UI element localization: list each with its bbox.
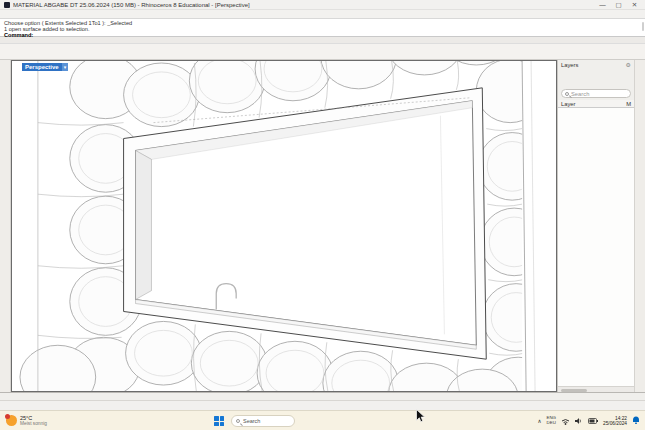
window-title: MATERIAL ABGABE DT 25.06.2024 (150 MB) -… [13,2,593,8]
panel-gear-icon[interactable]: ⚙ [626,61,631,68]
taskbar-search[interactable]: Search [231,415,295,427]
battery-icon[interactable] [588,418,598,424]
toolbar-icon-row [0,44,645,60]
scrollbar-thumb[interactable] [561,389,587,392]
layers-panel-title: Layers [561,62,578,68]
weather-condition: Meist sonnig [20,421,47,426]
viewport-perspective[interactable]: Perspective ▾ [11,60,557,392]
left-tool-palette [0,60,11,392]
tray-expand-icon[interactable]: ∧ [537,418,541,424]
status-bar [0,400,645,410]
layers-toolbar [558,69,634,79]
main-area: Perspective ▾ Layers ⚙ Search Layer M [0,60,645,392]
weather-sun-icon [6,415,17,426]
command-scrollbar[interactable] [642,22,644,31]
viewport-3d-scene[interactable] [12,61,556,391]
close-button[interactable]: ✕ [628,1,641,9]
column-layer: Layer [561,101,576,107]
start-button[interactable] [214,416,224,426]
viewport-menu-caret-icon[interactable]: ▾ [62,63,69,71]
search-icon [236,419,240,423]
clock[interactable]: 14:2225/06/2024 [603,416,627,426]
viewport-tab-bar [0,392,645,400]
column-material: M [626,101,631,107]
mouse-cursor [416,409,426,423]
viewport-title[interactable]: Perspective [22,63,62,71]
search-placeholder: Search [571,91,589,97]
layers-toolbar-2 [558,79,634,87]
system-tray: ∧ ENGDEU 14:2225/06/2024 [537,416,645,426]
minimize-button[interactable]: — [596,1,609,8]
windows-taskbar: 25°C Meist sonnig Search ∧ ENGDEU [0,410,645,430]
notification-bell-icon[interactable] [632,416,640,425]
layers-horizontal-scrollbar[interactable] [558,386,634,392]
wifi-icon[interactable] [561,417,570,425]
command-prompt[interactable]: Command: [4,32,645,38]
toolbar-tab-bar [0,37,645,44]
rhino-app-icon [4,2,10,8]
layers-column-header[interactable]: Layer M [558,100,634,108]
layers-list [558,108,634,386]
rhino-application-window: MATERIAL ABGABE DT 25.06.2024 (150 MB) -… [0,0,645,430]
volume-icon[interactable] [575,417,583,425]
weather-widget[interactable]: 25°C Meist sonnig [0,415,150,426]
title-bar: MATERIAL ABGABE DT 25.06.2024 (150 MB) -… [0,0,645,10]
command-area: Choose option ( Extents Selected 1To1 ):… [0,18,645,37]
restore-button[interactable]: ▢ [612,1,625,9]
viewport-label[interactable]: Perspective ▾ [22,63,68,71]
panel-side-tabs [634,60,645,392]
layers-panel: Layers ⚙ Search Layer M [557,60,634,392]
language-indicator[interactable]: ENGDEU [546,416,556,425]
layers-search-input[interactable]: Search [561,89,631,98]
search-placeholder: Search [243,418,260,424]
search-icon [565,92,569,96]
menu-bar [0,10,645,18]
